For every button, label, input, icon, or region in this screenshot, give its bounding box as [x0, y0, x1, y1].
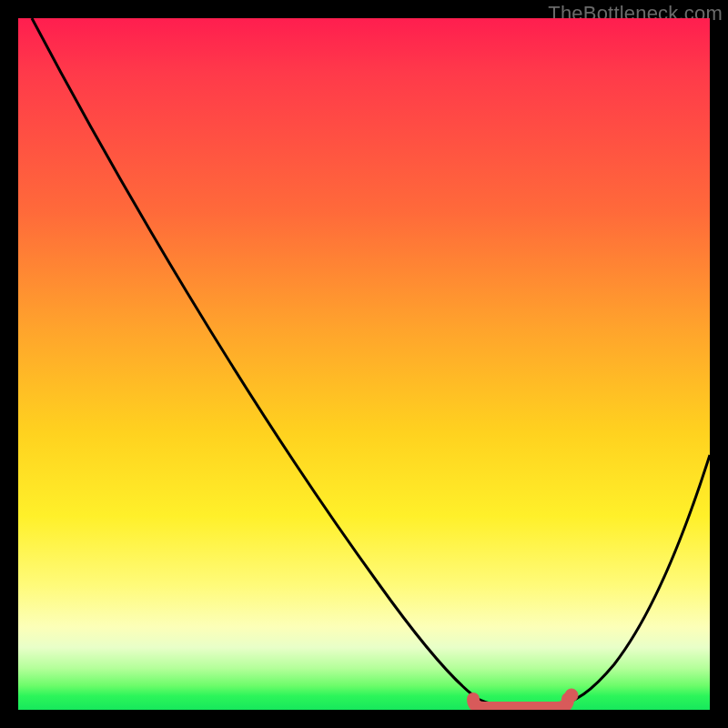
plot-area	[18, 18, 710, 710]
bottleneck-curve	[32, 18, 710, 708]
optimal-zone-marker	[473, 689, 578, 708]
svg-point-0	[565, 689, 578, 702]
curve-layer	[18, 18, 710, 710]
chart-stage: TheBottleneck.com	[0, 0, 728, 728]
